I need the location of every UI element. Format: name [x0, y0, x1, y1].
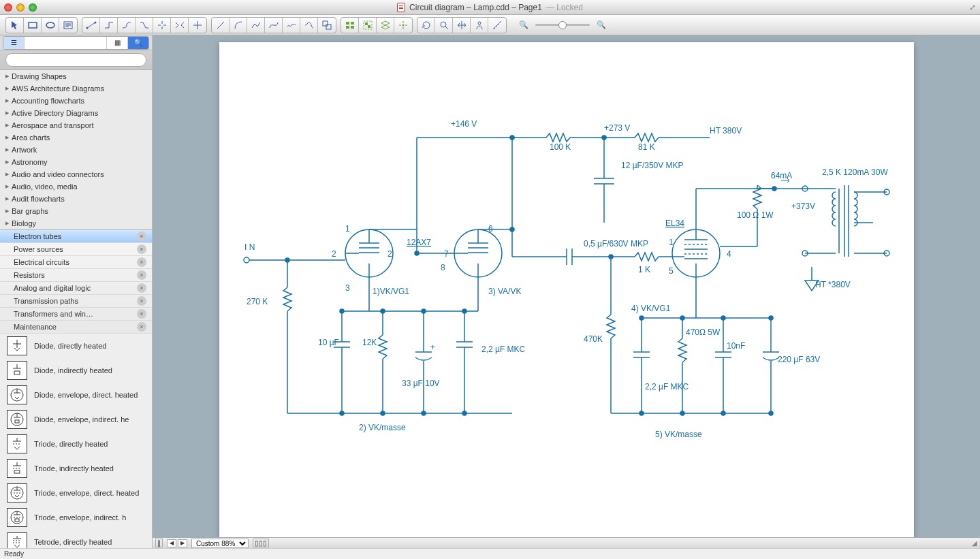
stencil-items[interactable]: Diode, directly heated Diode, indirectly… — [0, 334, 152, 548]
category-item[interactable]: Biology — [0, 217, 152, 229]
tool-combine[interactable] — [318, 18, 336, 33]
stencil-triode-env-indirect[interactable]: Triode, envelope, indirect. h — [0, 505, 152, 530]
svg-text:4: 4 — [727, 249, 731, 259]
tool-textbox[interactable] — [59, 18, 77, 33]
tool-snap[interactable] — [394, 18, 412, 33]
drawing-canvas[interactable]: +146 V 100 K +273 V 81 K HT 380V — [219, 42, 914, 537]
category-item[interactable]: Accounting flowcharts — [0, 95, 152, 107]
stencil-set-electrical-circuits[interactable]: Electrical circuits× — [0, 256, 152, 269]
category-item[interactable]: Audit flowcharts — [0, 193, 152, 205]
category-item[interactable]: Active Directory Diagrams — [0, 107, 152, 119]
close-icon[interactable]: × — [137, 283, 146, 293]
sidebar-tab-tree[interactable]: ☰ — [3, 37, 25, 49]
stencil-triode-direct[interactable]: Triode, directly heated — [0, 432, 152, 456]
view-mode-icons[interactable]: ▯▯▯ — [253, 539, 269, 547]
stencil-diode-direct[interactable]: Diode, directly heated — [0, 334, 152, 358]
svg-text:100 K: 100 K — [550, 142, 571, 152]
category-item[interactable]: Astronomy — [0, 156, 152, 168]
zoom-select[interactable]: Custom 88% — [191, 539, 249, 548]
close-icon[interactable]: × — [137, 270, 146, 280]
diode-icon — [7, 385, 27, 404]
stencil-diode-env-direct[interactable]: Diode, envelope, direct. heated — [0, 383, 152, 407]
stencil-diode-env-indirect[interactable]: Diode, envelope, indirect. he — [0, 407, 152, 432]
open-stencil-sets: Electron tubes× Power sources× Electrica… — [0, 230, 152, 334]
svg-point-19 — [441, 22, 446, 27]
toolbar-group-view — [417, 17, 507, 33]
tool-measure[interactable] — [488, 18, 506, 33]
tool-ellipse[interactable] — [42, 18, 59, 33]
category-item[interactable]: Aerospace and transport — [0, 119, 152, 131]
sidebar-tab-search[interactable]: 🔍 — [128, 37, 148, 49]
stencil-diode-indirect[interactable]: Diode, indirectly heated — [0, 358, 152, 383]
stencil-triode-env-direct[interactable]: Triode, envelope, direct. heated — [0, 481, 152, 505]
sidebar-tab-grid[interactable]: ▦ — [107, 37, 128, 49]
category-item[interactable]: Audio and video connectors — [0, 168, 152, 180]
tool-line[interactable] — [212, 18, 230, 33]
tool-refresh[interactable] — [417, 18, 435, 33]
library-categories[interactable]: Drawing Shapes AWS Architecture Diagrams… — [0, 70, 152, 230]
svg-text:8: 8 — [441, 263, 445, 272]
stencil-set-transformers[interactable]: Transformers and win…× — [0, 308, 152, 321]
canvas-scroll[interactable]: +146 V 100 K +273 V 81 K HT 380V — [153, 35, 980, 537]
tool-layer[interactable] — [377, 18, 394, 33]
page-next-button[interactable]: ▶ — [178, 539, 187, 547]
stencil-set-maintenance[interactable]: Maintenance× — [0, 321, 152, 334]
status-text: Ready — [4, 550, 24, 558]
close-icon[interactable]: × — [137, 296, 146, 306]
tool-conn-2[interactable] — [100, 18, 118, 33]
tool-pan[interactable] — [453, 18, 471, 33]
stencil-triode-indirect[interactable]: Triode, indirectly heated — [0, 456, 152, 481]
category-item[interactable]: Drawing Shapes — [0, 70, 152, 82]
resize-grip-icon[interactable]: ◢ — [972, 539, 977, 547]
tool-group[interactable] — [359, 18, 377, 33]
tool-zoom-fit[interactable] — [435, 18, 453, 33]
close-icon[interactable]: × — [137, 322, 146, 332]
svg-text:2) VK/masse: 2) VK/masse — [359, 423, 406, 432]
category-item[interactable]: Bar graphs — [0, 205, 152, 217]
tool-presentation[interactable] — [471, 18, 488, 33]
svg-text:6: 6 — [488, 224, 493, 234]
tool-conn-3[interactable] — [118, 18, 136, 33]
zoom-in-icon[interactable]: 🔍 — [597, 20, 606, 29]
svg-point-223 — [639, 411, 644, 415]
ruler-toggle-icon[interactable]: ∥ — [155, 539, 163, 547]
canvas-bottom-bar: ∥ ◀ ▶ Custom 88% ▯▯▯ ◢ — [153, 537, 980, 548]
close-icon[interactable]: × — [137, 231, 146, 241]
close-icon[interactable]: × — [137, 244, 146, 254]
toolbar-group-lines — [211, 17, 336, 33]
stencil-set-power-sources[interactable]: Power sources× — [0, 243, 152, 256]
tool-conn-1[interactable] — [82, 18, 100, 33]
tool-pointer[interactable] — [6, 18, 24, 33]
sidebar-search-row — [0, 50, 152, 70]
stencil-set-transmission[interactable]: Transmission paths× — [0, 295, 152, 308]
zoom-out-icon[interactable]: 🔍 — [519, 20, 528, 29]
tool-rectangle[interactable] — [24, 18, 42, 33]
category-item[interactable]: AWS Architecture Diagrams — [0, 82, 152, 95]
tool-spline[interactable] — [300, 18, 318, 33]
tool-freehand[interactable] — [283, 18, 300, 33]
tool-conn-5[interactable] — [153, 18, 171, 33]
tool-conn-6[interactable] — [171, 18, 189, 33]
stencil-set-electron-tubes[interactable]: Electron tubes× — [0, 230, 152, 243]
status-bar: Ready — [0, 548, 980, 559]
close-icon[interactable]: × — [137, 257, 146, 267]
category-item[interactable]: Audio, video, media — [0, 180, 152, 193]
svg-text:HT 380V: HT 380V — [710, 126, 742, 135]
category-item[interactable]: Area charts — [0, 131, 152, 144]
tool-bezier[interactable] — [265, 18, 283, 33]
tool-polyline[interactable] — [247, 18, 265, 33]
stencil-set-resistors[interactable]: Resistors× — [0, 269, 152, 282]
sidebar-search-input[interactable] — [5, 53, 146, 67]
close-icon[interactable]: × — [137, 309, 146, 319]
svg-text:270 K: 270 K — [247, 297, 268, 306]
stencil-tetrode-direct[interactable]: Tetrode, directly heated — [0, 530, 152, 548]
tool-arc[interactable] — [230, 18, 247, 33]
svg-text:12AX7: 12AX7 — [407, 238, 431, 247]
tool-conn-4[interactable] — [136, 18, 153, 33]
zoom-slider[interactable] — [535, 24, 590, 26]
page-prev-button[interactable]: ◀ — [167, 539, 176, 547]
category-item[interactable]: Artwork — [0, 144, 152, 156]
tool-align[interactable] — [341, 18, 359, 33]
tool-conn-7[interactable] — [189, 18, 206, 33]
stencil-set-analog-digital[interactable]: Analog and digital logic× — [0, 282, 152, 295]
